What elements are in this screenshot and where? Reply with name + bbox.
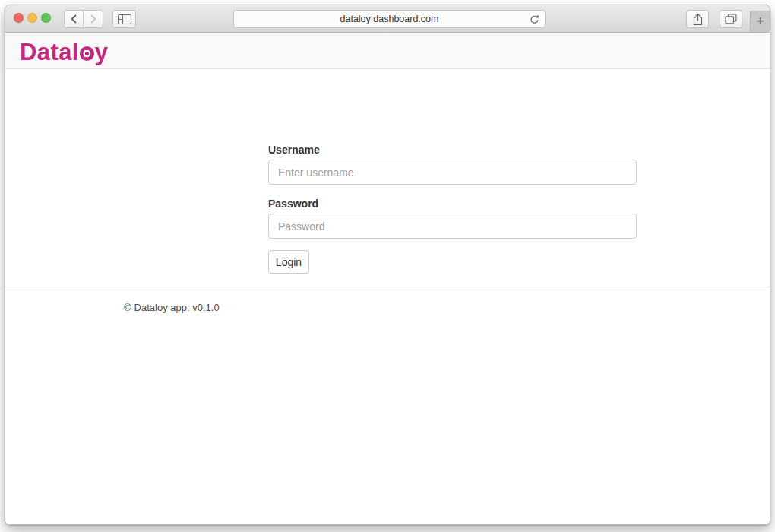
brand-logo-text-end: y: [95, 39, 109, 65]
username-input[interactable]: [268, 160, 637, 185]
back-button[interactable]: [65, 11, 84, 27]
app-version-footer: © Dataloy app: v0.1.0: [124, 302, 220, 313]
share-icon: [692, 13, 704, 26]
forward-button[interactable]: [84, 11, 103, 27]
sidebar-icon: [118, 14, 131, 24]
brand-logo[interactable]: Dataly: [20, 39, 108, 66]
address-bar[interactable]: dataloy dashboard.com: [233, 10, 546, 28]
brand-logo-text-start: Datal: [20, 39, 79, 65]
chevron-left-icon: [70, 14, 78, 24]
plus-icon: +: [756, 14, 764, 28]
browser-toolbar: dataloy dashboard.com +: [5, 5, 770, 33]
brand-header: Dataly: [5, 33, 770, 69]
address-bar-url: dataloy dashboard.com: [234, 11, 545, 27]
app-version-text: Dataloy app: v0.1.0: [134, 302, 220, 313]
history-nav-group: [64, 10, 103, 28]
zoom-window-button[interactable]: [41, 13, 51, 23]
copyright-icon: ©: [124, 302, 131, 313]
share-button[interactable]: [686, 10, 709, 28]
tabs-icon: [725, 14, 737, 24]
password-input[interactable]: [268, 214, 637, 239]
reload-icon: [529, 14, 540, 25]
login-page-content: Username Password Login © Dataloy app: v…: [5, 70, 770, 524]
username-label: Username: [268, 144, 320, 156]
tab-overview-button[interactable]: [720, 10, 742, 28]
login-button[interactable]: Login: [268, 250, 309, 274]
minimize-window-button[interactable]: [27, 13, 37, 23]
close-window-button[interactable]: [14, 13, 24, 23]
brand-bullseye-o-icon: [80, 46, 94, 61]
browser-window: dataloy dashboard.com +: [5, 5, 770, 525]
reload-button[interactable]: [529, 14, 540, 25]
password-label: Password: [268, 198, 318, 210]
footer-divider: [5, 287, 770, 287]
sidebar-toggle-button[interactable]: [112, 10, 136, 28]
new-tab-button[interactable]: +: [750, 11, 770, 32]
chevron-right-icon: [90, 14, 97, 24]
